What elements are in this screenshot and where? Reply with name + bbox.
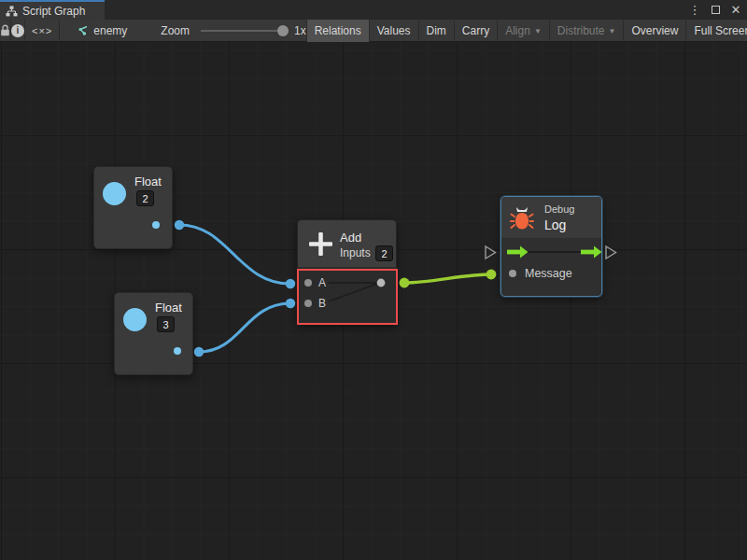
close-icon[interactable]: ✕	[728, 3, 743, 18]
zoom-label: Zoom	[161, 24, 190, 37]
node-group-label: Debug	[544, 203, 574, 215]
float-value-icon	[123, 308, 147, 331]
carry-button[interactable]: Carry	[454, 20, 497, 42]
float-value-input[interactable]: 2	[136, 190, 154, 206]
code-toggle-button[interactable]: <×>	[25, 20, 60, 42]
code-toggle-icon: <×>	[32, 25, 52, 36]
lock-icon	[0, 24, 10, 36]
node-title: Float	[134, 175, 162, 189]
graph-canvas[interactable]: Float 2 Float 3 Add Inputs 2	[0, 42, 747, 560]
inputs-label: Inputs	[340, 246, 371, 259]
node-title: Add	[340, 231, 361, 245]
wire-endpoint	[175, 220, 184, 230]
wire-add-to-debug-message[interactable]	[404, 274, 491, 283]
node-title: Log	[544, 217, 566, 232]
distribute-label: Distribute	[557, 24, 605, 37]
overview-button[interactable]: Overview	[623, 20, 685, 42]
relations-button[interactable]: Relations	[306, 20, 369, 42]
tab-script-graph[interactable]: Script Graph	[0, 0, 105, 20]
align-button: Align ▼	[497, 20, 549, 42]
float-value-input[interactable]: 3	[157, 316, 175, 332]
values-button[interactable]: Values	[369, 20, 418, 42]
node-title: Float	[155, 301, 182, 315]
maximize-icon[interactable]	[708, 3, 723, 18]
lock-button[interactable]	[0, 20, 11, 42]
wire-endpoint	[400, 278, 410, 288]
full-screen-button[interactable]: Full Screen	[685, 20, 747, 42]
port-a-label: A	[318, 276, 326, 289]
add-node[interactable]: Add Inputs 2	[297, 219, 397, 325]
menu-dots-icon[interactable]: ⋮	[687, 3, 702, 18]
float-value-icon	[103, 182, 126, 205]
plus-icon	[308, 231, 333, 257]
graph-reference[interactable]: enemy	[77, 24, 127, 37]
graph-hierarchy-icon	[6, 6, 18, 17]
zoom-control: Zoom 1x	[161, 24, 305, 37]
float-node-1[interactable]: Float 2	[93, 166, 173, 249]
port-b-label: B	[318, 297, 326, 310]
graph-toolbar: i <×> enemy Zoom 1x Relations Values	[0, 20, 747, 42]
debug-log-node[interactable]: Debug Log	[500, 196, 602, 297]
zoom-slider[interactable]	[201, 30, 287, 32]
dim-button[interactable]: Dim	[418, 20, 454, 42]
bug-icon	[510, 205, 534, 231]
info-icon: i	[11, 24, 24, 37]
wire-endpoint	[194, 347, 204, 357]
zoom-slider-handle[interactable]	[277, 25, 289, 36]
flow-input-triangle-icon[interactable]	[486, 246, 496, 259]
wire-endpoint	[286, 299, 295, 308]
wire-float2-to-add-b[interactable]	[199, 303, 290, 352]
wire-float1-to-add-a[interactable]	[179, 225, 290, 284]
graph-name-label: enemy	[93, 24, 127, 37]
graph-pointer-icon	[77, 25, 89, 36]
distribute-button: Distribute ▼	[549, 20, 624, 42]
info-button[interactable]: i	[11, 20, 25, 42]
tab-title: Script Graph	[22, 5, 85, 18]
zoom-value: 1x	[294, 24, 306, 37]
float-node-2[interactable]: Float 3	[114, 292, 193, 375]
toolbar-buttons: Relations Values Dim Carry Align ▼ Distr…	[306, 20, 747, 42]
message-port-label: Message	[525, 267, 572, 280]
window-controls: ⋮ ✕	[687, 0, 743, 20]
script-graph-window: Script Graph ⋮ ✕ i <×>	[0, 0, 747, 560]
flow-output-triangle-icon[interactable]	[606, 246, 616, 259]
chevron-down-icon: ▼	[534, 27, 542, 35]
chevron-down-icon: ▼	[609, 27, 616, 35]
tab-bar: Script Graph ⋮ ✕	[0, 0, 747, 20]
wire-endpoint	[286, 279, 295, 288]
inputs-count-input[interactable]: 2	[375, 245, 393, 261]
align-label: Align	[505, 24, 530, 37]
wire-endpoint	[486, 270, 497, 280]
